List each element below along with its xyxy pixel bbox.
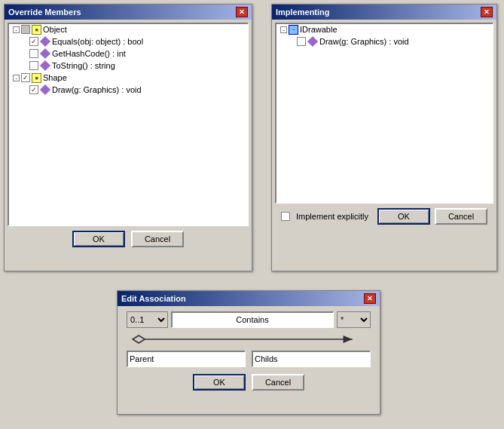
association-arrow bbox=[127, 332, 371, 346]
edit-association-window: Edit Association ✕ 0..1 1 0..* 1..* * * … bbox=[117, 290, 380, 415]
tree-row-object[interactable]: - ■ Object bbox=[11, 23, 248, 35]
edit-assoc-cancel-button[interactable]: Cancel bbox=[252, 374, 304, 391]
tree-row-equals[interactable]: Equals(obj: object) : bool bbox=[22, 35, 248, 47]
tree-row-shape[interactable]: - ■ Shape bbox=[11, 72, 248, 84]
arrow-row bbox=[121, 330, 377, 348]
tree-row-impl-draw[interactable]: Draw(g: Graphics) : void bbox=[289, 35, 493, 47]
edit-assoc-close-button[interactable]: ✕ bbox=[364, 293, 376, 304]
class-icon-shape: ■ bbox=[32, 73, 41, 83]
label-idrawable: IDrawable bbox=[300, 25, 338, 34]
expand-object-icon[interactable]: - bbox=[13, 26, 20, 33]
implementing-tree[interactable]: - → IDrawable Draw(g: Graphics) : void bbox=[275, 23, 493, 204]
implementing-titlebar: Implementing ✕ bbox=[272, 5, 496, 20]
connector-gethashcode bbox=[23, 47, 29, 60]
parent-label-input[interactable] bbox=[127, 351, 246, 367]
override-close-button[interactable]: ✕ bbox=[236, 7, 248, 17]
expand-shape-icon[interactable]: - bbox=[13, 75, 20, 81]
checkbox-shape[interactable] bbox=[21, 73, 30, 82]
implementing-cancel-button[interactable]: Cancel bbox=[435, 208, 487, 225]
svg-marker-0 bbox=[133, 336, 145, 343]
tree-row-draw[interactable]: Draw(g: Graphics) : void bbox=[22, 84, 248, 96]
label-draw: Draw(g: Graphics) : void bbox=[52, 85, 142, 94]
implementing-title: Implementing bbox=[276, 8, 481, 17]
label-shape: Shape bbox=[43, 73, 67, 82]
method-icon-gethashcode bbox=[40, 48, 50, 59]
label-object: Object bbox=[43, 25, 67, 34]
label-tostring: ToString() : string bbox=[52, 61, 115, 70]
implementing-window: Implementing ✕ - → IDrawable Draw(g: Gra… bbox=[271, 4, 497, 271]
connector-equals bbox=[23, 35, 29, 47]
interface-icon-idrawable: → bbox=[289, 25, 298, 35]
child-label-input[interactable] bbox=[252, 351, 371, 367]
expand-idrawable-icon[interactable]: - bbox=[280, 26, 287, 33]
method-icon-tostring bbox=[40, 60, 50, 71]
edit-assoc-title: Edit Association bbox=[121, 294, 364, 303]
label-gethashcode: GetHashCode() : int bbox=[52, 49, 126, 58]
connector-draw bbox=[23, 84, 29, 96]
override-title: Override Members bbox=[8, 8, 236, 17]
multiplicity-right-select[interactable]: * 0..1 1 0..* 1..* bbox=[337, 311, 371, 328]
method-icon-impl-draw bbox=[307, 36, 318, 47]
override-tree[interactable]: - ■ Object Equals(obj: object) : bool bbox=[8, 23, 249, 226]
implementing-ok-button[interactable]: OK bbox=[377, 208, 430, 225]
svg-marker-2 bbox=[344, 336, 353, 343]
override-titlebar: Override Members ✕ bbox=[5, 5, 252, 20]
assoc-top-row: 0..1 1 0..* 1..* * * 0..1 1 0..* 1..* bbox=[121, 309, 377, 330]
override-members-window: Override Members ✕ - ■ Object Equals(obj… bbox=[4, 4, 252, 271]
implementing-content: - → IDrawable Draw(g: Graphics) : void I… bbox=[272, 20, 496, 232]
override-button-row: OK Cancel bbox=[8, 226, 249, 252]
checkbox-impl-draw[interactable] bbox=[297, 37, 306, 46]
connector-tostring bbox=[23, 60, 29, 72]
implement-explicitly-label: Implement explicitly bbox=[296, 212, 368, 221]
method-icon-draw bbox=[40, 84, 50, 95]
checkbox-tostring[interactable] bbox=[29, 61, 38, 70]
method-icon-equals bbox=[40, 36, 50, 47]
implementing-close-button[interactable]: ✕ bbox=[481, 7, 493, 17]
edit-assoc-button-row: OK Cancel bbox=[121, 369, 377, 395]
edit-assoc-ok-button[interactable]: OK bbox=[193, 374, 246, 391]
checkbox-object[interactable] bbox=[21, 25, 30, 34]
tree-row-idrawable[interactable]: - → IDrawable bbox=[279, 23, 493, 35]
tree-row-tostring[interactable]: ToString() : string bbox=[22, 60, 248, 72]
label-equals: Equals(obj: object) : bool bbox=[52, 37, 143, 46]
label-row bbox=[121, 348, 377, 369]
relation-label-input[interactable] bbox=[171, 311, 334, 328]
override-cancel-button[interactable]: Cancel bbox=[131, 231, 184, 247]
checkbox-gethashcode[interactable] bbox=[29, 49, 38, 58]
implement-explicitly-row: Implement explicitly OK Cancel bbox=[275, 204, 493, 229]
override-ok-button[interactable]: OK bbox=[72, 231, 125, 247]
edit-assoc-content: 0..1 1 0..* 1..* * * 0..1 1 0..* 1..* bbox=[118, 306, 380, 398]
checkbox-draw[interactable] bbox=[29, 85, 38, 94]
label-impl-draw: Draw(g: Graphics) : void bbox=[319, 37, 409, 46]
multiplicity-left-select[interactable]: 0..1 1 0..* 1..* * bbox=[127, 311, 168, 328]
edit-assoc-titlebar: Edit Association ✕ bbox=[118, 291, 380, 306]
connector-impl-draw bbox=[291, 35, 297, 47]
override-content: - ■ Object Equals(obj: object) : bool bbox=[5, 20, 252, 255]
tree-row-gethashcode[interactable]: GetHashCode() : int bbox=[22, 47, 248, 60]
implement-explicitly-checkbox[interactable] bbox=[281, 212, 290, 221]
checkbox-equals[interactable] bbox=[29, 37, 38, 46]
class-icon-object: ■ bbox=[32, 25, 41, 35]
